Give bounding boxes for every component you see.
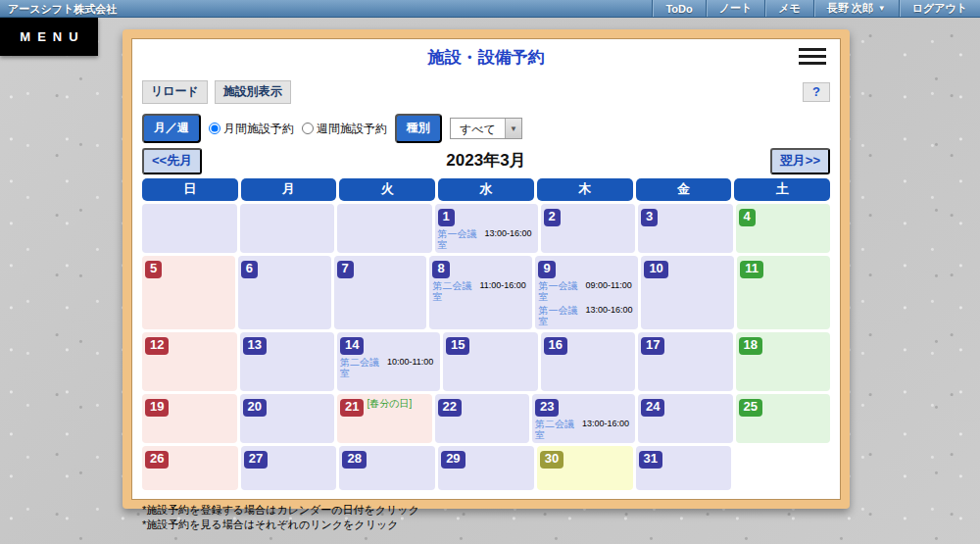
- hamburger-menu-icon[interactable]: [799, 48, 826, 69]
- calendar-day-cell[interactable]: 21[春分の日]: [337, 394, 432, 443]
- calendar-day-cell[interactable]: 6: [238, 256, 331, 329]
- calendar-day-cell[interactable]: 18: [736, 332, 831, 391]
- day-badge[interactable]: 19: [145, 399, 169, 417]
- calendar-day-cell[interactable]: 10: [641, 256, 734, 329]
- weekday-header-thu[interactable]: 木: [537, 178, 633, 201]
- calendar-day-cell[interactable]: 12: [142, 332, 237, 391]
- reservation-link[interactable]: 第一会議室: [538, 280, 583, 303]
- day-badge[interactable]: 4: [739, 209, 756, 226]
- calendar-day-cell[interactable]: 14第二会議室10:00-11:00: [337, 332, 440, 391]
- reload-button[interactable]: リロード: [142, 80, 208, 104]
- reservation-link[interactable]: 第一会議室: [538, 305, 583, 327]
- calendar-day-cell[interactable]: 5: [142, 256, 235, 329]
- day-badge[interactable]: 26: [145, 451, 169, 469]
- day-badge[interactable]: 14: [340, 337, 364, 355]
- calendar-empty-cell: [240, 204, 335, 253]
- note-button[interactable]: ノート: [706, 0, 765, 17]
- weekday-header-mon[interactable]: 月: [241, 178, 337, 201]
- day-badge[interactable]: 7: [337, 261, 354, 278]
- day-badge[interactable]: 15: [446, 337, 469, 355]
- calendar-day-cell[interactable]: 28: [339, 446, 435, 490]
- weekday-header-wed[interactable]: 水: [438, 178, 534, 201]
- calendar-day-cell[interactable]: 4: [736, 204, 831, 253]
- reservation-time: 13:00-16:00: [582, 419, 633, 441]
- weekday-header-sun[interactable]: 日: [142, 178, 238, 201]
- day-badge[interactable]: 24: [641, 399, 664, 417]
- day-badge[interactable]: 2: [544, 209, 561, 226]
- day-badge[interactable]: 17: [641, 337, 664, 355]
- calendar-day-cell[interactable]: 29: [438, 446, 534, 490]
- reservation-link[interactable]: 第二会議室: [432, 280, 477, 303]
- day-badge[interactable]: 16: [544, 337, 567, 355]
- calendar-day-cell[interactable]: 24: [638, 394, 733, 443]
- day-badge[interactable]: 6: [241, 261, 258, 278]
- calendar-day-cell[interactable]: 8第二会議室11:00-16:00: [429, 256, 532, 329]
- holiday-label: [春分の日]: [367, 398, 412, 409]
- filter-bar: 月／週 月間施設予約 週間施設予約 種別 すべて ▼: [142, 116, 830, 141]
- company-name: アースシフト株式会社: [0, 0, 117, 17]
- todo-button[interactable]: ToDo: [652, 0, 705, 17]
- facility-view-button[interactable]: 施設別表示: [215, 80, 291, 104]
- toolbar: リロード 施設別表示 ?: [142, 81, 830, 103]
- day-badge[interactable]: 5: [145, 261, 162, 278]
- day-badge[interactable]: 8: [432, 261, 449, 278]
- calendar-day-cell[interactable]: 19: [142, 394, 237, 443]
- day-badge[interactable]: 9: [538, 261, 555, 278]
- reservation-link[interactable]: 第一会議室: [438, 228, 483, 251]
- day-badge[interactable]: 21: [340, 399, 364, 417]
- radio-weekly-input[interactable]: [302, 123, 314, 134]
- month-week-toggle-button[interactable]: 月／週: [142, 114, 201, 143]
- calendar-day-cell[interactable]: 16: [541, 332, 636, 391]
- user-menu-button[interactable]: 長野 次郎 ▼: [813, 0, 899, 17]
- type-button[interactable]: 種別: [395, 114, 442, 143]
- day-badge[interactable]: 13: [243, 337, 267, 355]
- calendar-day-cell[interactable]: 30: [537, 446, 633, 490]
- day-badge[interactable]: 10: [644, 261, 667, 278]
- day-badge[interactable]: 31: [639, 451, 662, 469]
- calendar-day-cell[interactable]: 13: [240, 332, 335, 391]
- next-month-button[interactable]: 翌月>>: [770, 148, 830, 174]
- day-badge[interactable]: 30: [540, 451, 564, 469]
- radio-weekly-reservation[interactable]: 週間施設予約: [302, 121, 387, 137]
- calendar-day-cell[interactable]: 27: [241, 446, 337, 490]
- calendar-day-cell[interactable]: 23第二会議室13:00-16:00: [532, 394, 635, 443]
- weekday-header-tue[interactable]: 火: [339, 178, 435, 201]
- prev-month-button[interactable]: <<先月: [142, 148, 202, 174]
- radio-monthly-input[interactable]: [209, 123, 220, 134]
- calendar-day-cell[interactable]: 20: [240, 394, 335, 443]
- calendar-day-cell[interactable]: 2: [541, 204, 636, 253]
- weekday-header-fri[interactable]: 金: [636, 178, 732, 201]
- reservation-link[interactable]: 第二会議室: [535, 419, 580, 441]
- logout-button[interactable]: ログアウト: [899, 0, 980, 17]
- type-select[interactable]: すべて ▼: [450, 118, 522, 139]
- day-badge[interactable]: 29: [441, 451, 465, 469]
- calendar-day-cell[interactable]: 25: [736, 394, 831, 443]
- calendar-day-cell[interactable]: 15: [443, 332, 538, 391]
- day-badge[interactable]: 20: [243, 399, 267, 417]
- radio-monthly-reservation[interactable]: 月間施設予約: [209, 121, 294, 137]
- calendar-day-cell[interactable]: 1第一会議室13:00-16:00: [435, 204, 538, 253]
- calendar-day-cell[interactable]: 31: [636, 446, 732, 490]
- day-badge[interactable]: 22: [438, 399, 462, 417]
- calendar-day-cell[interactable]: 7: [334, 256, 427, 329]
- calendar-day-cell[interactable]: 22: [435, 394, 530, 443]
- reservation-link[interactable]: 第二会議室: [340, 357, 385, 379]
- day-badge[interactable]: 28: [342, 451, 366, 469]
- day-badge[interactable]: 25: [739, 399, 762, 417]
- calendar-day-cell[interactable]: 26: [142, 446, 238, 490]
- day-badge[interactable]: 18: [739, 337, 762, 355]
- menu-button[interactable]: MENU: [0, 18, 98, 56]
- day-badge[interactable]: 11: [740, 261, 763, 278]
- calendar-day-cell[interactable]: 9第一会議室09:00-11:00第一会議室13:00-16:00: [535, 256, 638, 329]
- weekday-header-sat[interactable]: 土: [734, 178, 830, 201]
- help-button[interactable]: ?: [803, 82, 830, 102]
- day-badge[interactable]: 12: [145, 337, 169, 355]
- day-badge[interactable]: 27: [244, 451, 268, 469]
- day-badge[interactable]: 23: [535, 399, 559, 417]
- day-badge[interactable]: 3: [641, 209, 658, 226]
- calendar-day-cell[interactable]: 11: [737, 256, 830, 329]
- calendar-day-cell[interactable]: 17: [638, 332, 733, 391]
- memo-button[interactable]: メモ: [764, 0, 813, 17]
- calendar-day-cell[interactable]: 3: [638, 204, 733, 253]
- day-badge[interactable]: 1: [438, 209, 455, 226]
